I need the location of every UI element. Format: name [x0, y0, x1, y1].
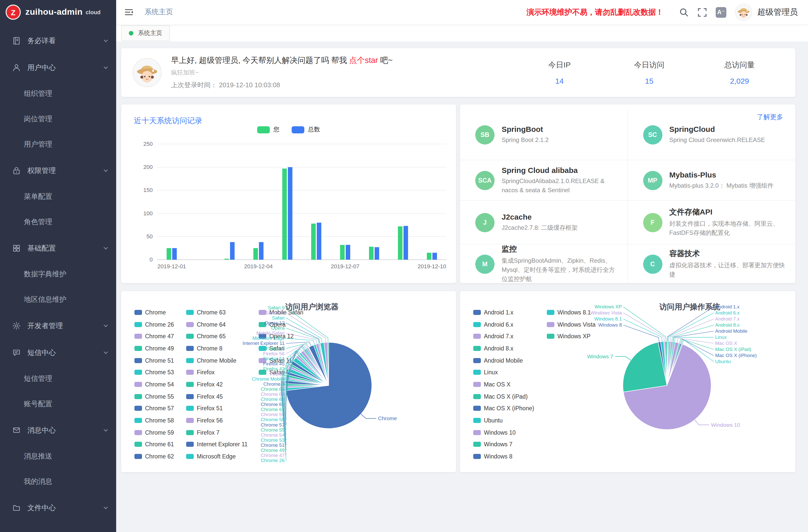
sidebar-subitem[interactable]: 账号配置 [0, 391, 116, 417]
legend-label: Chrome 58 [145, 417, 174, 423]
legend-label: Ubuntu [484, 417, 503, 423]
sidebar-subitem[interactable]: 数据字典维护 [0, 262, 116, 287]
legend-item[interactable]: Chrome 47 [134, 330, 186, 342]
legend-item[interactable]: Chrome 63 [186, 306, 259, 318]
legend-item[interactable]: Windows 7 [473, 438, 547, 450]
sidebar-item-7[interactable]: 消息中心 [0, 417, 116, 444]
legend-item[interactable]: Windows 8 [473, 451, 547, 462]
legend-marker [186, 442, 194, 447]
legend-item[interactable]: Ubuntu [473, 414, 547, 426]
learn-more-link[interactable]: 了解更多 [757, 113, 783, 122]
legend-item[interactable]: Windows 8.1 [547, 306, 603, 318]
avatar[interactable] [735, 3, 752, 21]
legend-item[interactable]: Firefox 45 [186, 390, 259, 402]
legend-item[interactable]: 总数 [292, 125, 320, 134]
legend-item[interactable]: Android 7.x [473, 330, 547, 342]
legend-item[interactable]: Opera 12 [259, 330, 309, 342]
legend-marker [134, 454, 142, 459]
breadcrumb[interactable]: 系统主页 [145, 7, 173, 17]
legend-item[interactable]: Chrome 61 [134, 438, 186, 450]
legend-item[interactable]: Firefox [186, 366, 259, 378]
legend-item[interactable]: 您 [257, 125, 279, 134]
legend-item[interactable]: Safari 11 [259, 354, 309, 366]
sidebar-subitem[interactable]: 组织管理 [0, 81, 116, 107]
legend-marker [186, 358, 194, 363]
legend-item[interactable]: Chrome 65 [186, 330, 259, 342]
legend-item[interactable]: Mac OS X (iPhone) [473, 402, 547, 414]
legend-item[interactable]: Firefox 42 [186, 378, 259, 390]
app-logo[interactable]: Z zuihou-admin cloud [0, 0, 116, 24]
legend-item[interactable]: Windows Vista [547, 318, 603, 330]
top-header: 系统主页 演示环境维护不易，请勿乱删乱改数据！ A⁻ 超级管理员 [116, 0, 808, 24]
row-1: 近十天系统访问记录 您总数 0501001502002502019-12-012… [121, 105, 795, 283]
legend-item[interactable]: Chrome 55 [134, 390, 186, 402]
legend-item[interactable]: Firefox 7 [186, 426, 259, 438]
legend-item[interactable]: Chrome 57 [134, 402, 186, 414]
legend-marker [134, 406, 142, 411]
star-link[interactable]: 点个star [349, 56, 378, 65]
search-icon[interactable] [679, 7, 689, 17]
sidebar-subitem[interactable]: 短信管理 [0, 366, 116, 391]
sidebar-item-4[interactable]: 基础配置 [0, 235, 116, 262]
current-user-name[interactable]: 超级管理员 [757, 7, 798, 18]
legend-item[interactable]: Microsoft Edge [186, 451, 259, 462]
sidebar-subitem[interactable]: 用户管理 [0, 132, 116, 157]
tab-system-home[interactable]: 系统主页 [121, 25, 170, 41]
legend-item[interactable]: Chrome Mobile [186, 354, 259, 366]
sidebar-subitem[interactable]: 菜单配置 [0, 184, 116, 209]
stat-label: 总访问量 [724, 60, 755, 70]
sidebar-subitem[interactable]: 消息推送 [0, 444, 116, 469]
legend-item[interactable]: Android 1.x [473, 306, 547, 318]
legend-item[interactable]: Safari [259, 342, 309, 354]
font-size-icon[interactable]: A⁻ [716, 7, 726, 18]
sidebar-item-2[interactable]: 用户中心 [0, 54, 116, 81]
legend-marker [473, 442, 481, 447]
legend-item[interactable]: Chrome 26 [134, 318, 186, 330]
legend-item[interactable]: Windows 10 [473, 426, 547, 438]
legend-item[interactable]: Mac OS X [473, 378, 547, 390]
legend-item[interactable]: Chrome 8 [186, 342, 259, 354]
legend-marker [134, 382, 142, 387]
legend-item[interactable]: Windows XP [547, 330, 603, 342]
legend-item[interactable]: Android 8.x [473, 342, 547, 354]
sidebar-subitem[interactable]: 地区信息维护 [0, 287, 116, 312]
sidebar-item-8[interactable]: 文件中心 [0, 494, 116, 521]
legend-item[interactable]: Android 6.x [473, 318, 547, 330]
legend-item[interactable]: Android Mobile [473, 354, 547, 366]
legend-item[interactable]: Opera [259, 318, 309, 330]
framework-desc: 封装文件接口，实现本地存储、阿里云、FastDFS存储的配置化 [669, 219, 785, 237]
sidebar-subitem[interactable]: 我的消息 [0, 469, 116, 494]
menu-fold-icon[interactable] [124, 7, 133, 17]
legend-item[interactable]: Safari 9 [259, 366, 309, 378]
sidebar-subitem[interactable]: 角色管理 [0, 209, 116, 235]
folder-icon [12, 503, 21, 512]
legend-item[interactable]: Mac OS X (iPad) [473, 390, 547, 402]
legend-label: Android Mobile [484, 357, 523, 363]
greeting-suffix: 吧~ [378, 56, 392, 65]
sidebar-item-6[interactable]: 短信中心 [0, 339, 116, 366]
legend-label: Windows 7 [484, 441, 513, 447]
legend-item[interactable]: Chrome 58 [134, 414, 186, 426]
legend-item[interactable]: Firefox 56 [186, 414, 259, 426]
sidebar-item-1[interactable]: 务必详看 [0, 27, 116, 54]
legend-item[interactable]: Chrome 62 [134, 451, 186, 462]
legend-item[interactable]: Firefox 51 [186, 402, 259, 414]
sidebar-item-5[interactable]: 开发者管理 [0, 312, 116, 339]
legend-item[interactable]: Chrome 49 [134, 342, 186, 354]
sidebar-subitem[interactable]: 岗位管理 [0, 107, 116, 132]
legend-item[interactable]: Chrome [134, 306, 186, 318]
legend-item[interactable]: Chrome 53 [134, 366, 186, 378]
legend-item[interactable]: Internet Explorer 11 [186, 438, 259, 450]
fullscreen-icon[interactable] [697, 7, 707, 17]
legend-label: Mobile Safari [269, 309, 303, 315]
sidebar-item-3[interactable]: 权限管理 [0, 157, 116, 184]
legend-item[interactable]: Chrome 64 [186, 318, 259, 330]
legend-item[interactable]: Chrome 59 [134, 426, 186, 438]
legend-item[interactable]: Mobile Safari [259, 306, 309, 318]
legend-item[interactable]: Chrome 51 [134, 354, 186, 366]
legend-item[interactable]: Chrome 54 [134, 378, 186, 390]
legend-label: Chrome 62 [145, 453, 174, 459]
os-pie-card: 访问用户操作系统 Android 1.xAndroid 6.xAndroid 7… [460, 291, 795, 472]
legend-item[interactable]: Linux [473, 366, 547, 378]
framework-name: SpringBoot [502, 125, 549, 133]
